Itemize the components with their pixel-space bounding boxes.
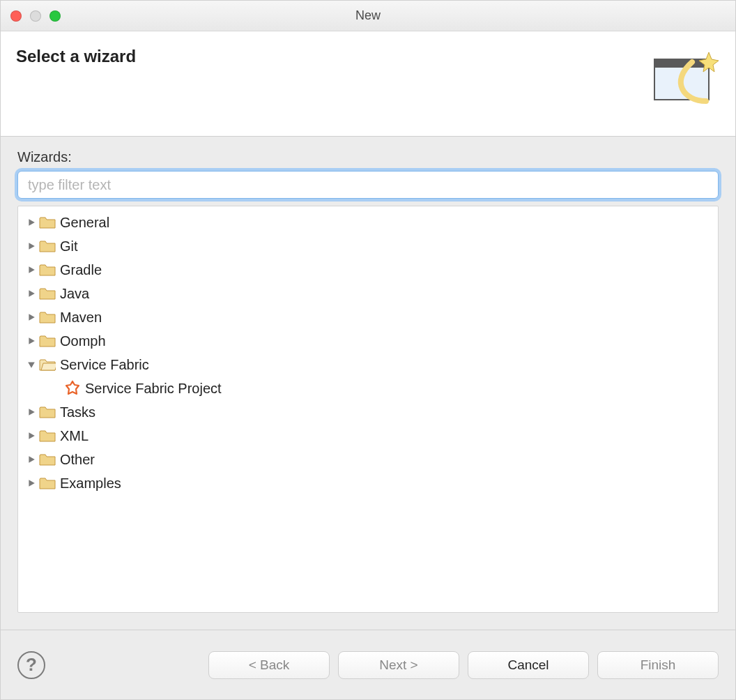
- tree-folder-label: Java: [60, 286, 89, 302]
- wizard-banner-icon: [642, 47, 719, 109]
- chevron-right-icon[interactable]: [25, 287, 38, 300]
- chevron-right-icon[interactable]: [25, 216, 38, 229]
- dialog-content: Wizards: General Git Gradle Java Maven O…: [1, 137, 735, 630]
- dialog-header: Select a wizard: [1, 31, 735, 137]
- tree-folder[interactable]: Tasks: [18, 400, 718, 424]
- folder-icon: [39, 215, 56, 229]
- titlebar: New: [1, 1, 735, 31]
- tree-folder-label: Git: [60, 238, 78, 254]
- tree-folder[interactable]: Service Fabric: [18, 353, 718, 376]
- wizards-label: Wizards:: [17, 149, 719, 165]
- tree-folder-label: Service Fabric: [60, 357, 149, 373]
- svg-marker-8: [29, 337, 34, 344]
- svg-marker-4: [29, 243, 34, 250]
- tree-folder-label: General: [60, 215, 109, 231]
- svg-marker-6: [29, 290, 34, 297]
- tree-folder[interactable]: Oomph: [18, 329, 718, 353]
- svg-marker-11: [29, 432, 34, 439]
- tree-folder-label: Gradle: [60, 262, 102, 278]
- chevron-right-icon[interactable]: [25, 311, 38, 324]
- tree-folder-label: Oomph: [60, 333, 106, 349]
- tree-folder[interactable]: XML: [18, 424, 718, 448]
- folder-icon: [39, 358, 56, 372]
- folder-icon: [39, 405, 56, 419]
- svg-marker-3: [29, 219, 34, 226]
- chevron-down-icon[interactable]: [25, 358, 38, 371]
- tree-item[interactable]: Service Fabric Project: [18, 376, 718, 400]
- dialog-footer: ? < Back Next > Cancel Finish: [1, 630, 735, 699]
- folder-icon: [39, 310, 56, 324]
- tree-folder[interactable]: Git: [18, 234, 718, 258]
- tree-folder[interactable]: Gradle: [18, 258, 718, 282]
- tree-folder-label: Maven: [60, 310, 102, 326]
- svg-marker-7: [29, 314, 34, 321]
- folder-icon: [39, 263, 56, 277]
- folder-icon: [39, 452, 56, 466]
- folder-icon: [39, 334, 56, 348]
- chevron-right-icon[interactable]: [25, 406, 38, 418]
- folder-icon: [39, 239, 56, 253]
- tree-folder-label: Tasks: [60, 404, 95, 420]
- tree-folder[interactable]: Examples: [18, 471, 718, 495]
- svg-marker-10: [29, 409, 34, 416]
- svg-marker-5: [29, 266, 34, 273]
- wizard-tree[interactable]: General Git Gradle Java Maven Oomph Serv…: [17, 206, 719, 613]
- window-title: New: [1, 8, 735, 23]
- tree-folder-label: XML: [60, 428, 89, 444]
- svg-marker-13: [29, 480, 34, 487]
- wizard-dialog: New Select a wizard Wizards: General Git…: [0, 0, 736, 700]
- filter-input[interactable]: [17, 171, 719, 199]
- tree-folder[interactable]: Other: [18, 448, 718, 471]
- svg-marker-9: [28, 362, 35, 367]
- back-button[interactable]: < Back: [208, 651, 330, 679]
- chevron-right-icon[interactable]: [25, 453, 38, 466]
- tree-folder-label: Examples: [60, 475, 121, 492]
- tree-folder[interactable]: Maven: [18, 305, 718, 329]
- tree-item-label: Service Fabric Project: [85, 381, 222, 397]
- svg-marker-12: [29, 456, 34, 463]
- chevron-right-icon[interactable]: [25, 240, 38, 252]
- folder-icon: [39, 287, 56, 300]
- next-button[interactable]: Next >: [338, 651, 459, 679]
- page-title: Select a wizard: [16, 47, 136, 66]
- tree-folder-label: Other: [60, 452, 95, 468]
- chevron-right-icon[interactable]: [25, 264, 38, 276]
- chevron-right-icon[interactable]: [25, 335, 38, 347]
- tree-folder[interactable]: General: [18, 211, 718, 234]
- cancel-button[interactable]: Cancel: [468, 651, 589, 679]
- service-fabric-icon: [64, 381, 81, 395]
- chevron-right-icon[interactable]: [25, 477, 38, 489]
- chevron-right-icon[interactable]: [25, 429, 38, 442]
- tree-folder[interactable]: Java: [18, 282, 718, 305]
- help-button[interactable]: ?: [17, 651, 45, 679]
- folder-icon: [39, 429, 56, 443]
- folder-icon: [39, 476, 56, 490]
- finish-button[interactable]: Finish: [597, 651, 719, 679]
